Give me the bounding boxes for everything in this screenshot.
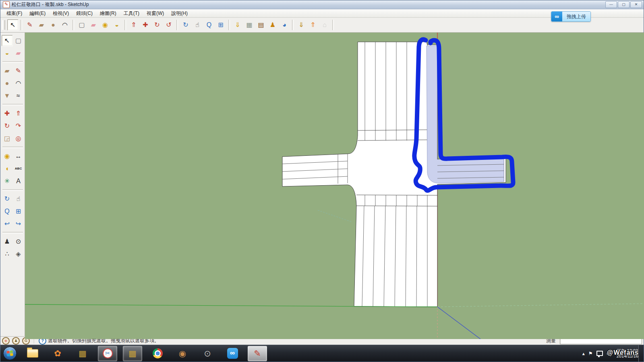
app-icon bbox=[153, 348, 163, 358]
circle-tool[interactable]: ● bbox=[2, 78, 13, 89]
start-button[interactable] bbox=[0, 345, 19, 362]
maximize-button[interactable]: ▢ bbox=[618, 1, 630, 8]
rotate-tool[interactable]: ↻ bbox=[2, 120, 13, 132]
rectangle-tool[interactable]: ▰ bbox=[2, 65, 13, 77]
menu-file[interactable]: 檔案(F) bbox=[3, 9, 26, 18]
text-tool[interactable]: ABC bbox=[13, 163, 24, 174]
arc-tool[interactable]: ◠ bbox=[59, 19, 70, 31]
menu-view[interactable]: 檢視(V) bbox=[49, 9, 72, 18]
menu-draw[interactable]: 繪圖(R) bbox=[96, 9, 120, 18]
line-tool[interactable]: ✎ bbox=[24, 19, 35, 31]
network-icon[interactable] bbox=[596, 351, 603, 356]
menu-bar: 檔案(F)編輯(E)檢視(V)鏡頭(C)繪圖(R)工具(T)視窗(W)說明(H) bbox=[0, 9, 644, 18]
share-component-tool[interactable]: ⌂ bbox=[319, 19, 330, 31]
paint-bucket-tool[interactable]: ◒ bbox=[2, 48, 13, 59]
line-tool[interactable]: ✎ bbox=[13, 65, 24, 77]
windows-logo-icon bbox=[3, 347, 17, 360]
pan-tool[interactable]: ☝ bbox=[13, 193, 24, 205]
polygon-tool[interactable]: ▼ bbox=[2, 90, 13, 101]
toggle-terrain-tool[interactable]: ▦ bbox=[244, 19, 255, 31]
minimize-button[interactable]: — bbox=[605, 1, 617, 8]
taskbar-building-app-1[interactable]: ▦ bbox=[73, 346, 92, 361]
add-location-tool[interactable]: ⇓ bbox=[232, 19, 243, 31]
rectangle-tool[interactable]: ▰ bbox=[36, 19, 47, 31]
menu-camera[interactable]: 鏡頭(C) bbox=[72, 9, 96, 18]
rotate-tool[interactable]: ↻ bbox=[151, 19, 163, 31]
move-tool[interactable]: ✚ bbox=[2, 108, 13, 119]
taskbar-sketchup[interactable]: ✎ bbox=[248, 346, 267, 361]
model-viewport[interactable] bbox=[25, 33, 644, 336]
3d-text-tool[interactable]: A bbox=[13, 176, 24, 187]
look-around-tool[interactable]: ⊙ bbox=[13, 236, 24, 247]
arc-tool[interactable]: ◠ bbox=[13, 78, 24, 89]
taskbar-google-chrome[interactable] bbox=[148, 346, 167, 361]
taskbar-squirrel-app[interactable]: ◉ bbox=[173, 346, 192, 361]
app-icon: ✎ bbox=[254, 349, 261, 358]
orbit-tool[interactable]: ↻ bbox=[180, 19, 191, 31]
preview-in-google-earth-tool[interactable]: ◕ bbox=[279, 19, 290, 31]
menu-tools[interactable]: 工具(T) bbox=[120, 9, 143, 18]
show-desktop-button[interactable] bbox=[638, 345, 644, 362]
divider bbox=[2, 61, 23, 63]
zoom-extents-tool[interactable]: ⊞ bbox=[215, 19, 226, 31]
photo-textures-tool[interactable]: ▤ bbox=[255, 19, 267, 31]
close-button[interactable]: ✕ bbox=[630, 1, 642, 8]
drag-upload-button[interactable]: ∞ 拖拽上传 bbox=[551, 11, 591, 22]
orbit-tool[interactable]: ↻ bbox=[2, 193, 13, 205]
pan-tool[interactable]: ☝ bbox=[192, 19, 203, 31]
divider bbox=[72, 20, 74, 30]
menu-edit[interactable]: 編輯(E) bbox=[26, 9, 49, 18]
zoom-previous-tool[interactable]: ↩ bbox=[2, 218, 13, 230]
offset-tool[interactable]: ↺ bbox=[163, 19, 174, 31]
dimension-tool[interactable]: ↔ bbox=[13, 151, 24, 162]
walk-tool[interactable]: ∴ bbox=[2, 248, 13, 260]
protractor-tool[interactable]: ◖ bbox=[2, 163, 13, 174]
taskbar-building-app-2[interactable]: ▦ bbox=[123, 346, 142, 361]
windows-taskbar: ✿▦✂▦◉⊙∞✎ ▴ ⚑ ◀) 下午 12:03 2014/11/16 @Wef… bbox=[0, 345, 644, 362]
taskbar-photo-app[interactable]: ✿ bbox=[48, 346, 67, 361]
taskbar-screenshot-tool[interactable]: ✂ bbox=[98, 346, 117, 361]
place-person-tool[interactable]: ♟ bbox=[267, 19, 278, 31]
tape-measure-tool[interactable]: ◉ bbox=[99, 19, 111, 31]
taskbar-audio-app[interactable]: ⊙ bbox=[198, 346, 217, 361]
taskbar-windows-explorer[interactable] bbox=[23, 346, 42, 361]
select-tool[interactable]: ↖ bbox=[2, 35, 13, 46]
push-pull-tool[interactable]: ⇑ bbox=[128, 19, 139, 31]
menu-help[interactable]: 說明(H) bbox=[168, 9, 191, 18]
tape-measure-tool[interactable]: ◉ bbox=[2, 151, 13, 162]
getting-started-toolbar: ↖✎▰●◠▢▰◉◒⇑✚↻↺↻☝Q⊞⇓▦▤♟◕⇓⇑⌂ bbox=[0, 18, 644, 33]
circle-tool[interactable]: ● bbox=[48, 19, 59, 31]
zoom-tool[interactable]: Q bbox=[203, 19, 215, 31]
eraser-tool[interactable]: ▰ bbox=[13, 48, 24, 59]
hidden-icons-button[interactable]: ▴ bbox=[582, 351, 585, 356]
action-center-flag-icon[interactable]: ⚑ bbox=[588, 351, 593, 356]
zoom-tool[interactable]: Q bbox=[2, 206, 13, 217]
freehand-tool[interactable]: ≈ bbox=[13, 90, 24, 101]
taskbar-baidu-cloud[interactable]: ∞ bbox=[223, 346, 242, 361]
taskbar-items: ✿▦✂▦◉⊙∞✎ bbox=[23, 345, 267, 362]
follow-me-tool[interactable]: ↷ bbox=[13, 120, 24, 132]
push-pull-tool[interactable]: ⇑ bbox=[13, 108, 24, 119]
geolocation-status-icon[interactable]: ◉ bbox=[2, 337, 10, 345]
zoom-extents-tool[interactable]: ⊞ bbox=[13, 206, 24, 217]
position-camera-tool[interactable]: ♟ bbox=[2, 236, 13, 247]
eraser-tool[interactable]: ▰ bbox=[88, 19, 99, 31]
paint-bucket-tool[interactable]: ◒ bbox=[111, 19, 122, 31]
move-tool[interactable]: ✚ bbox=[140, 19, 151, 31]
viewport-canvas[interactable] bbox=[25, 33, 644, 339]
make-component-tool[interactable]: ▢ bbox=[76, 19, 87, 31]
model-credit-status-icon[interactable]: ♟ bbox=[12, 337, 20, 345]
select-tool[interactable]: ↖ bbox=[7, 19, 19, 31]
share-models-tool[interactable]: ⇑ bbox=[307, 19, 319, 31]
divider bbox=[2, 232, 23, 234]
divider bbox=[228, 20, 230, 30]
zoom-next-tool[interactable]: ↪ bbox=[13, 218, 24, 230]
axes-tool[interactable]: ✳ bbox=[2, 176, 13, 187]
get-models-tool[interactable]: ⇓ bbox=[296, 19, 307, 31]
section-plane-tool[interactable]: ◈ bbox=[13, 248, 24, 260]
offset-tool[interactable]: ◎ bbox=[13, 133, 24, 144]
divider bbox=[2, 104, 23, 105]
make-component-tool[interactable]: ▢ bbox=[13, 35, 24, 46]
scale-tool[interactable]: ◲ bbox=[2, 133, 13, 144]
menu-window[interactable]: 視窗(W) bbox=[143, 9, 168, 18]
